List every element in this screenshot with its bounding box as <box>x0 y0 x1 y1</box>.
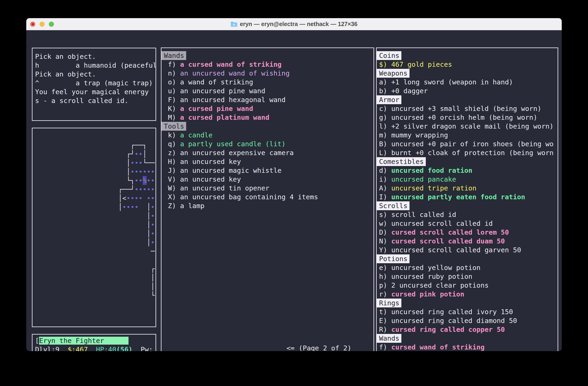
status-line-1: [Eryn the Fighter <box>35 336 155 345</box>
wall-segment: ─ <box>139 141 143 149</box>
item-description: uncursed pancake <box>391 175 456 183</box>
item-description: 467 gold pieces <box>391 61 452 68</box>
menu-item: F) an uncursed hexagonal wand <box>164 95 374 104</box>
inventory-item: I) uncursed partly eaten food ration <box>379 193 558 201</box>
map-row: └┐••%•• <box>33 176 155 185</box>
inventory-item: L) burnt +0 cloak of protection (being w… <box>379 148 558 157</box>
floor-dot: • <box>143 168 147 175</box>
item-description: cursed scroll called lorem 50 <box>391 228 509 236</box>
window-title-group: eryn — eryn@electra — nethack — 127×36 <box>231 21 357 27</box>
item-letter: m) <box>379 131 391 139</box>
item-letter: f) <box>379 343 391 351</box>
category-header-label: Comestibles <box>377 157 426 166</box>
item-letter: g) <box>379 113 391 121</box>
floor-dot: • <box>126 203 130 211</box>
wall-segment: │ <box>126 159 130 167</box>
wall-segment: ┌ <box>118 185 122 193</box>
floor-dot: • <box>130 159 134 167</box>
floor-dot: • <box>147 185 151 193</box>
wall-segment: │ <box>118 203 122 211</box>
dungeon-map: ┌──┐ ┌┘••│ │•••└── │•••••• └┐••%•• ┌──┘•… <box>33 128 155 300</box>
message-line: ^ a trap (magic trap) <box>35 79 155 87</box>
category-header: Potions <box>379 254 558 263</box>
inventory-item: f) cursed wand of striking <box>379 343 558 351</box>
inventory-item: m) mummy wrapping <box>379 131 558 140</box>
zoom-button[interactable] <box>49 22 54 27</box>
menu-pane: Wands f) a cursed wand of striking n) an… <box>161 47 374 351</box>
item-description: cursed pink potion <box>391 290 464 298</box>
menu-item: V) an uncursed key <box>164 175 374 184</box>
menu-item: Z) a lamp <box>164 201 374 210</box>
status-field: $:467 <box>68 345 88 351</box>
inventory-item: t) uncursed ring called ivory 150 <box>379 307 558 316</box>
item-letter: o) <box>164 78 180 86</box>
item-description: uncursed scroll called garven 50 <box>391 246 521 254</box>
close-button[interactable] <box>30 22 35 27</box>
inventory-item: c) uncursed +3 small shield (being worn) <box>379 104 558 113</box>
item-description: an uncursed wand of wishing <box>180 69 290 77</box>
map-row: │ <box>33 282 155 291</box>
inventory-item: h) uncursed ruby potion <box>379 272 558 281</box>
item-description: an uncursed bag containing 4 items <box>180 193 318 201</box>
category-header: Scrolls <box>379 201 558 210</box>
floor-dot: • <box>135 194 139 202</box>
floor-dot: • <box>139 185 143 193</box>
inventory-item: b) +0 dagger <box>379 86 558 95</box>
floor-dot: • <box>135 168 139 175</box>
armor-bracket: [ <box>35 337 39 345</box>
status-field: Dlvl:9 <box>35 345 60 351</box>
floor-dot: • <box>151 176 155 184</box>
floor-dot: • <box>151 230 155 237</box>
map-row: │• <box>33 220 155 229</box>
item-letter: u) <box>164 87 180 95</box>
wall-segment: ─ <box>151 159 155 167</box>
wall-segment: │ <box>126 168 130 175</box>
item-description: scroll called id <box>391 211 456 219</box>
floor-dot: • <box>135 203 139 211</box>
item-letter: c) <box>379 105 391 112</box>
item-letter: d) <box>379 167 391 174</box>
wall-segment: ┐ <box>130 176 134 184</box>
item-description: a partly used candle (lit) <box>180 140 286 148</box>
menu-item: K) a cursed pine wand <box>164 104 374 113</box>
map-row: │• <box>33 229 155 238</box>
inventory-item: Y) uncursed scroll called garven 50 <box>379 246 558 254</box>
floor-dot: • <box>135 159 139 167</box>
item-letter: f) <box>164 61 180 68</box>
item-description: uncursed +0 orcish helm (being worn) <box>391 113 537 121</box>
item-letter: F) <box>164 96 180 104</box>
item-description: an uncursed key <box>180 175 241 183</box>
inventory-item: A) uncursed tripe ration <box>379 184 558 193</box>
titlebar: eryn — eryn@electra — nethack — 127×36 <box>26 18 562 30</box>
wall-segment: │ <box>118 194 122 202</box>
inventory-pane: Coins$) 467 gold piecesWeaponsa) +1 long… <box>376 47 558 351</box>
map-pane: ┌──┐ ┌┘••│ │•••└── │•••••• └┐••%•• ┌──┘•… <box>32 128 156 327</box>
map-row: │•••••• <box>33 167 155 176</box>
item-description: an uncursed expensive camera <box>180 149 294 157</box>
wall-segment: ─ <box>151 247 155 255</box>
terminal-window: eryn — eryn@electra — nethack — 127×36 P… <box>26 18 562 351</box>
minimize-button[interactable] <box>40 22 45 27</box>
wall-segment: └ <box>151 291 155 299</box>
item-description: uncursed tripe ration <box>391 184 476 192</box>
item-description: cursed ring called copper 50 <box>391 325 505 333</box>
message-line: Pick an object. <box>35 70 155 79</box>
status-field <box>60 345 68 351</box>
wall-segment: ┌ <box>130 141 134 149</box>
category-header: Tools <box>164 122 374 131</box>
menu-page-indicator: <= (Page 2 of 2) <box>287 344 351 351</box>
wall-segment: └ <box>126 176 130 184</box>
floor-dot: • <box>135 150 139 158</box>
wall-segment: │ <box>143 150 147 158</box>
item-description: uncursed ruby potion <box>391 273 472 280</box>
floor-dot: • <box>151 194 155 202</box>
inventory-item: D) cursed scroll called lorem 50 <box>379 228 558 237</box>
item-letter: X) <box>164 193 180 201</box>
category-header: Wands <box>164 51 374 60</box>
map-row: ┌┘••│ <box>33 150 155 158</box>
item-description: uncursed +0 pair of iron shoes (being wo <box>391 140 553 148</box>
traffic-lights <box>26 18 54 30</box>
map-row: │ <box>33 273 155 282</box>
item-letter: Z) <box>164 202 180 210</box>
wall-segment: ─ <box>122 185 126 193</box>
